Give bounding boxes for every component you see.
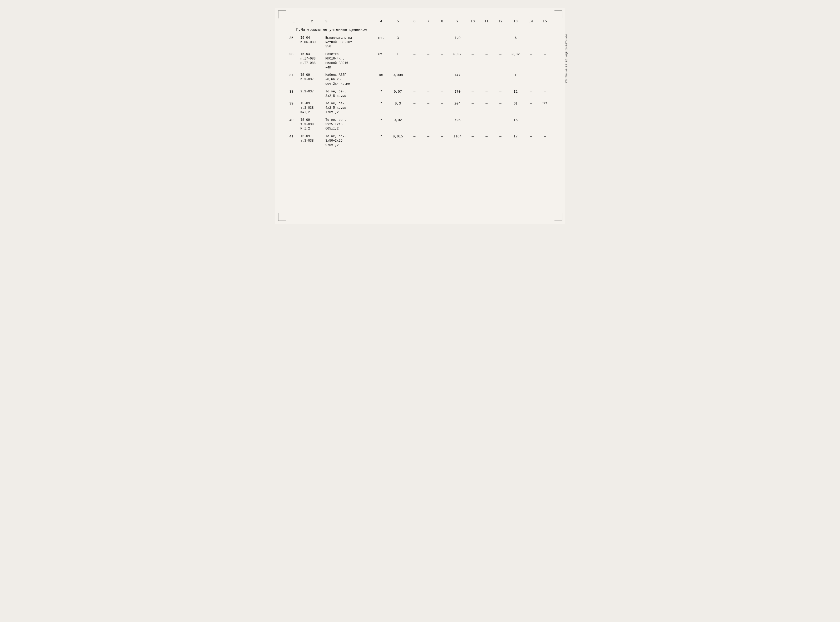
corner-bl [278, 213, 286, 221]
row-col11: — [480, 116, 493, 133]
row-col7: — [422, 50, 435, 71]
row-col6: — [408, 116, 422, 133]
row-name: То же, сеч. 4х2,5 кв.мм I70хI,2 [324, 100, 374, 116]
row-col9: 726 [449, 116, 466, 133]
row-col5: 0,02 [388, 116, 408, 133]
row-col7: — [422, 100, 435, 116]
row-col15: I24 [538, 100, 552, 116]
row-col10: — [466, 133, 480, 149]
row-code: I5-09 т.3-038 К=I,2 [299, 100, 325, 116]
row-col14: — [524, 71, 538, 88]
row-col13: 0,32 [507, 50, 524, 71]
row-num: 35 [289, 34, 299, 50]
col-header-14: I4 [524, 18, 538, 25]
row-col8: — [435, 100, 449, 116]
row-name: То же, сеч. 3х50+Iх25 970хI,2 [324, 133, 374, 149]
row-col7: — [422, 88, 435, 100]
row-num: 39 [289, 100, 299, 116]
row-col14: — [524, 100, 538, 116]
row-col15: — [538, 71, 552, 88]
main-table: I 2 3 4 5 6 7 8 9 IO II I2 I3 I4 I5 П.Ма… [289, 18, 552, 149]
row-col7: — [422, 71, 435, 88]
corner-tr [554, 11, 562, 18]
row-col12: — [493, 34, 507, 50]
row-col13: 6 [507, 34, 524, 50]
table-row: 40 I5-09 т.3-038 К=I,2 То же, сеч. 3х25+… [289, 116, 552, 133]
row-unit: шт. [374, 50, 388, 71]
row-col7: — [422, 116, 435, 133]
section-title-text: П.Материалы не учтенные ценником [289, 25, 552, 34]
row-code: I5-09 п.3-037 [299, 71, 325, 88]
col-header-4: 4 [374, 18, 388, 25]
row-col6: — [408, 133, 422, 149]
row-num: 38 [289, 88, 299, 100]
row-col5: 0,07 [388, 88, 408, 100]
row-col10: — [466, 100, 480, 116]
row-code: I5-04 п.I7-083 п.I7-088 [299, 50, 325, 71]
row-col13: I5 [507, 116, 524, 133]
col-header-5: 5 [388, 18, 408, 25]
header-row: I 2 3 4 5 6 7 8 9 IO II I2 I3 I4 I5 [289, 18, 552, 25]
col-header-1: I [289, 18, 299, 25]
row-name: То же, сеч. 3х2,5 кв.мм [324, 88, 374, 100]
row-unit: " [374, 133, 388, 149]
row-num: 37 [289, 71, 299, 88]
row-unit: шт. [374, 34, 388, 50]
row-col8: — [435, 50, 449, 71]
row-col9: I70 [449, 88, 466, 100]
col-header-11: II [480, 18, 493, 25]
row-unit: " [374, 88, 388, 100]
row-code: I5-09 т.3-038 [299, 133, 325, 149]
col-header-2: 2 [299, 18, 325, 25]
row-col14: — [524, 34, 538, 50]
col-header-10: IO [466, 18, 480, 25]
row-num: 4I [289, 133, 299, 149]
corner-tl [278, 11, 286, 18]
row-unit: " [374, 100, 388, 116]
row-col9: II64 [449, 133, 466, 149]
row-col6: — [408, 100, 422, 116]
row-col14: — [524, 88, 538, 100]
row-col12: — [493, 88, 507, 100]
row-col6: — [408, 50, 422, 71]
row-col5: 3 [388, 34, 408, 50]
row-code: т.3-037 [299, 88, 325, 100]
row-col12: — [493, 100, 507, 116]
row-col8: — [435, 88, 449, 100]
row-col12: — [493, 133, 507, 149]
row-col10: — [466, 34, 480, 50]
row-col13: I [507, 71, 524, 88]
row-name: То же, сеч. 3х25+Iх16 605хI,2 [324, 116, 374, 133]
row-col15: — [538, 88, 552, 100]
col-header-12: I2 [493, 18, 507, 25]
row-col6: — [408, 88, 422, 100]
col-header-7: 7 [422, 18, 435, 25]
row-col13: 6I [507, 100, 524, 116]
row-col6: — [408, 34, 422, 50]
row-col8: — [435, 133, 449, 149]
col-header-8: 8 [435, 18, 449, 25]
row-code: I5-04 п.06-030 [299, 34, 325, 50]
section-title-row: П.Материалы не учтенные ценником [289, 25, 552, 34]
row-col8: — [435, 71, 449, 88]
row-name: Кабель АВБГ- –0,66 кВ сеч.2х4 кв.мм [324, 71, 374, 88]
table-row: 36 I5-04 п.I7-083 п.I7-088 Розетка РПС16… [289, 50, 552, 71]
row-col15: — [538, 34, 552, 50]
row-col14: — [524, 133, 538, 149]
row-col11: — [480, 50, 493, 71]
row-col15: — [538, 50, 552, 71]
row-col9: I47 [449, 71, 466, 88]
row-col9: 0,32 [449, 50, 466, 71]
row-name: Розетка РПС16-4К с вилкой ВПС16- –4К [324, 50, 374, 71]
row-col5: 0,008 [388, 71, 408, 88]
row-col11: — [480, 88, 493, 100]
row-name: Выключатель па- кетный ПВЗ-I0У 356 [324, 34, 374, 50]
row-col10: — [466, 116, 480, 133]
row-code: I5-09 т.3-038 К=I,2 [299, 116, 325, 133]
col-header-13: I3 [507, 18, 524, 25]
row-col11: — [480, 34, 493, 50]
row-unit: " [374, 116, 388, 133]
col-header-3: 3 [324, 18, 374, 25]
row-col9: I,9 [449, 34, 466, 50]
row-col7: — [422, 133, 435, 149]
